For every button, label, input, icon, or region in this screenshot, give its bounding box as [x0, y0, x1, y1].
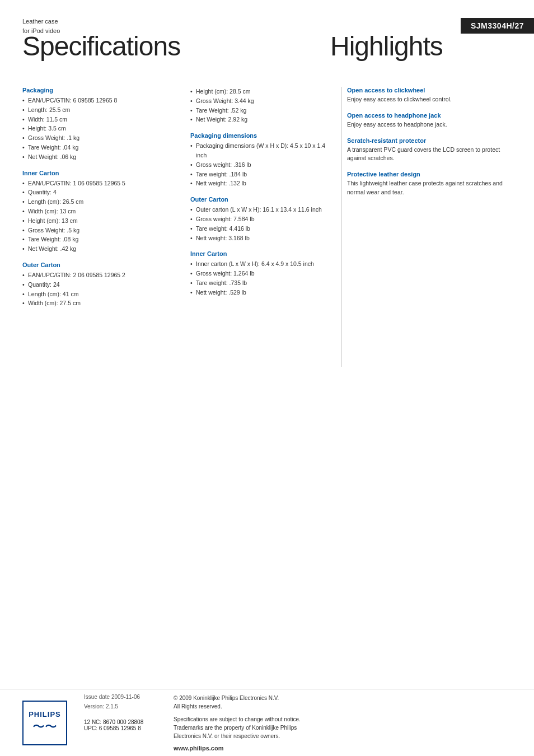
list-item: Tare weight: 4.416 lb [190, 224, 330, 234]
list-item: Width (cm): 13 cm [22, 207, 174, 216]
list-item: Tare Weight: .52 kg [190, 106, 330, 115]
footer-version: Version: 2.1.5 [84, 703, 157, 710]
list-item: Tare Weight: .04 kg [22, 143, 174, 152]
list-item: Length (cm): 41 cm [22, 290, 174, 299]
highlight-heading-1: Open access to headphone jack [347, 112, 515, 119]
highlight-heading-2: Scratch-resistant protector [347, 137, 515, 144]
list-item: Length (cm): 26.5 cm [22, 197, 174, 207]
list-item: Tare Weight: .08 kg [22, 235, 174, 244]
philips-logo-text: PHILIPS [29, 710, 61, 718]
highlight-heading-0: Open access to clickwheel [347, 87, 515, 94]
list-item: Packaging dimensions (W x H x D): 4.5 x … [190, 141, 330, 160]
list-item: Height: 3.5 cm [22, 124, 174, 133]
highlights-title: Highlights [330, 31, 443, 62]
list-item: Height (cm): 28.5 cm [190, 87, 330, 96]
inner-carton-list-mid: Inner carton (L x W x H): 6.4 x 4.9 x 10… [190, 259, 330, 297]
list-item: Gross weight: 7.584 lb [190, 214, 330, 224]
specs-column-middle: Height (cm): 28.5 cm Gross Weight: 3.44 … [190, 87, 330, 297]
list-item: Inner carton (L x W x H): 6.4 x 4.9 x 10… [190, 259, 330, 269]
inner-carton-heading-mid: Inner Carton [190, 250, 330, 257]
outer-carton-list-left: EAN/UPC/GTIN: 2 06 09585 12965 2 Quantit… [22, 270, 174, 308]
footer-nc-upc: 12 NC: 8670 000 28808 UPC: 6 09585 12965… [84, 719, 157, 731]
footer-disclaimer: Specifications are subject to change wit… [174, 715, 512, 740]
highlight-text-2: A transparent PVC guard covers the LCD s… [347, 146, 515, 164]
highlight-text-3: This lightweight leather case protects a… [347, 179, 515, 197]
packaging-dims-heading: Packaging dimensions [190, 132, 330, 139]
footer: PHILIPS 〜〜 Issue date 2009-11-06 Version… [0, 689, 534, 756]
list-item: Net Weight: 2.92 kg [190, 115, 330, 124]
list-item: EAN/UPC/GTIN: 1 06 09585 12965 5 [22, 179, 174, 188]
philips-logo: PHILIPS 〜〜 [22, 701, 67, 745]
list-item: EAN/UPC/GTIN: 2 06 09585 12965 2 [22, 270, 174, 280]
list-item: Quantity: 4 [22, 188, 174, 197]
list-item: Length: 25.5 cm [22, 105, 174, 115]
list-item: EAN/UPC/GTIN: 6 09585 12965 8 [22, 96, 174, 105]
list-item: Gross weight: .316 lb [190, 160, 330, 170]
list-item: Tare weight: .184 lb [190, 170, 330, 179]
packaging-dims-list: Packaging dimensions (W x H x D): 4.5 x … [190, 141, 330, 188]
footer-info: Issue date 2009-11-06 Version: 2.1.5 12 … [84, 694, 512, 752]
list-item: Net Weight: .06 kg [22, 152, 174, 162]
outer-carton-heading-mid: Outer Carton [190, 196, 330, 203]
specifications-title: Specifications [22, 31, 180, 62]
list-item: Gross Weight: 3.44 kg [190, 96, 330, 106]
list-item: Gross weight: 1.264 lb [190, 269, 330, 278]
list-item: Net Weight: .42 kg [22, 244, 174, 254]
product-line1: Leather case [22, 18, 58, 25]
packaging-list: EAN/UPC/GTIN: 6 09585 12965 8 Length: 25… [22, 96, 174, 162]
footer-website: www.philips.com [174, 745, 512, 752]
footer-col3: © 2009 Koninklijke Philips Electronics N… [174, 694, 512, 752]
list-item: Nett weight: 3.168 lb [190, 234, 330, 243]
list-item: Outer carton (L x W x H): 16.1 x 13.4 x … [190, 205, 330, 214]
list-item: Quantity: 24 [22, 280, 174, 290]
list-item: Width (cm): 27.5 cm [22, 298, 174, 308]
philips-logo-wave: 〜〜 [29, 718, 61, 735]
footer-col1: Issue date 2009-11-06 Version: 2.1.5 12 … [84, 694, 157, 752]
outer-carton-list-mid: Outer carton (L x W x H): 16.1 x 13.4 x … [190, 205, 330, 242]
specs-column-left: Packaging EAN/UPC/GTIN: 6 09585 12965 8 … [22, 87, 174, 308]
column-divider [341, 87, 342, 367]
outer-carton-cont-list: Height (cm): 28.5 cm Gross Weight: 3.44 … [190, 87, 330, 124]
list-item: Nett weight: .529 lb [190, 288, 330, 297]
list-item: Height (cm): 13 cm [22, 216, 174, 226]
list-item: Tare weight: .735 lb [190, 278, 330, 288]
footer-copyright: © 2009 Koninklijke Philips Electronics N… [174, 694, 512, 711]
highlight-heading-3: Protective leather design [347, 171, 515, 178]
highlight-text-0: Enjoy easy access to clickwheel control. [347, 95, 515, 104]
list-item: Gross Weight: .1 kg [22, 133, 174, 143]
inner-carton-heading-left: Inner Carton [22, 170, 174, 176]
list-item: Width: 11.5 cm [22, 115, 174, 124]
packaging-heading: Packaging [22, 87, 174, 94]
list-item: Gross Weight: .5 kg [22, 226, 174, 235]
highlight-text-1: Enjoy easy access to headphone jack. [347, 120, 515, 129]
highlights-column: Open access to clickwheel Enjoy easy acc… [347, 87, 515, 198]
inner-carton-list-left: EAN/UPC/GTIN: 1 06 09585 12965 5 Quantit… [22, 179, 174, 254]
model-number: SJM3304H/27 [461, 18, 534, 34]
outer-carton-heading-left: Outer Carton [22, 262, 174, 268]
footer-issue-date: Issue date 2009-11-06 [84, 694, 157, 700]
list-item: Nett weight: .132 lb [190, 179, 330, 188]
